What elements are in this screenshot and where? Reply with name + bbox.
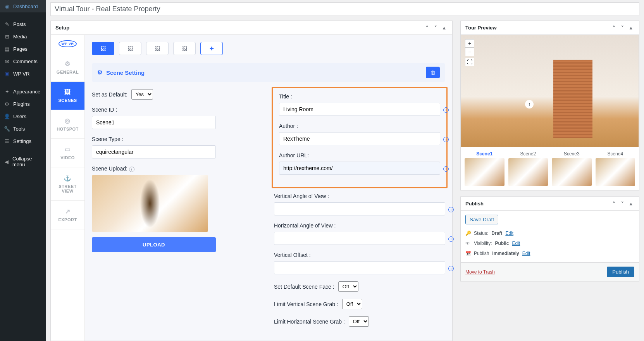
scene-tab-add[interactable]: ✚ — [200, 42, 223, 55]
panel-up-icon[interactable]: ˄ — [610, 25, 617, 31]
plug-icon: ⚙ — [4, 101, 10, 107]
scene-tab-4[interactable]: 🖼 — [173, 42, 196, 55]
fullscreen-button[interactable]: ⛶ — [465, 58, 474, 66]
comment-icon: ✉ — [4, 58, 10, 64]
edit-visibility-link[interactable]: Edit — [512, 241, 520, 246]
collapse-menu[interactable]: ◀Collapse menu — [0, 153, 46, 170]
delete-scene-button[interactable]: 🗑 — [426, 67, 440, 78]
scene-type-input[interactable] — [92, 145, 216, 158]
panel-toggle-icon[interactable]: ▴ — [627, 201, 634, 207]
image-icon: 🖼 — [155, 46, 160, 52]
thumb-scene1[interactable]: Scene1 — [465, 151, 505, 186]
media-icon: ⊟ — [4, 33, 10, 40]
info-icon[interactable]: i — [443, 166, 449, 172]
user-icon: 👤 — [4, 113, 10, 119]
target-icon: ◎ — [53, 117, 82, 124]
info-icon[interactable]: i — [448, 236, 454, 242]
title-label: Title : — [279, 93, 440, 100]
panel-toggle-icon[interactable]: ▴ — [441, 25, 448, 31]
gear-icon: ⚙ — [97, 69, 102, 76]
panel-toggle-icon[interactable]: ▴ — [627, 25, 634, 31]
thumb-scene4[interactable]: Scene4 — [596, 151, 635, 186]
move-to-trash-link[interactable]: Move to Trash — [465, 269, 495, 275]
vtab-general[interactable]: ⚙GENERAL — [51, 53, 84, 82]
publish-button[interactable]: Publish — [607, 267, 634, 277]
limit-horiz-select[interactable]: Off — [349, 316, 369, 327]
vtab-scenes[interactable]: 🖼SCENES — [51, 82, 84, 110]
hotspot-arrow-icon[interactable]: ↑ — [525, 100, 534, 108]
horiz-angle-input[interactable] — [274, 232, 445, 245]
limit-vert-select[interactable]: Off — [342, 299, 362, 309]
info-icon[interactable]: i — [448, 207, 454, 212]
save-draft-button[interactable]: Save Draft — [465, 215, 498, 224]
vtab-export[interactable]: ↗EXPORT — [51, 201, 84, 229]
menu-tools[interactable]: 🔧Tools — [0, 122, 46, 135]
scene-id-label: Scene ID : — [92, 107, 263, 113]
menu-dashboard[interactable]: ◉Dashboard — [0, 0, 46, 12]
limit-vert-label: Limit Vertical Scene Grab : — [274, 301, 338, 307]
thumb-scene3[interactable]: Scene3 — [552, 151, 592, 186]
panel-down-icon[interactable]: ˅ — [432, 25, 439, 31]
menu-media[interactable]: ⊟Media — [0, 30, 46, 43]
def-scene-face-select[interactable]: Off — [338, 281, 358, 292]
horiz-angle-label: Horizontal Angle of View : — [274, 222, 445, 229]
page-title-input[interactable] — [50, 2, 639, 16]
upload-button[interactable]: UPLOAD — [92, 237, 216, 252]
menu-posts[interactable]: ✎Posts — [0, 18, 46, 30]
menu-wpvr[interactable]: ▣WP VR — [0, 67, 46, 80]
panel-up-icon[interactable]: ˄ — [610, 201, 617, 207]
author-input[interactable] — [279, 132, 440, 145]
info-icon[interactable]: i — [443, 137, 449, 142]
eye-icon: 👁 — [465, 241, 471, 246]
author-url-input[interactable] — [279, 162, 440, 175]
scene-tab-1[interactable]: 🖼 — [92, 42, 114, 55]
admin-sidebar: ◉Dashboard ✎Posts ⊟Media ▤Pages ✉Comment… — [0, 0, 46, 341]
scene-tab-3[interactable]: 🖼 — [146, 42, 169, 55]
menu-settings[interactable]: ☰Settings — [0, 135, 46, 147]
wpvr-logo: WP VR — [51, 35, 84, 53]
export-icon: ↗ — [53, 208, 82, 215]
panel-down-icon[interactable]: ˅ — [619, 25, 626, 31]
vert-angle-input[interactable] — [274, 202, 445, 215]
info-icon[interactable]: i — [129, 167, 134, 172]
vtab-street[interactable]: ⚓STREET VIEW — [51, 167, 84, 201]
anchor-icon: ⚓ — [53, 174, 82, 182]
calendar-icon: 📅 — [465, 251, 471, 256]
panel-up-icon[interactable]: ˄ — [424, 25, 430, 31]
setup-panel: Setup ˄ ˅ ▴ WP VR ⚙GENERAL 🖼SCENES ◎HOTS — [50, 21, 453, 341]
info-icon[interactable]: i — [448, 266, 454, 271]
author-label: Author : — [279, 123, 440, 129]
panel-down-icon[interactable]: ˅ — [619, 201, 626, 207]
brick-wall — [553, 60, 592, 138]
vert-offset-input[interactable] — [274, 261, 445, 274]
edit-schedule-link[interactable]: Edit — [522, 251, 530, 256]
thumb-scene2[interactable]: Scene2 — [508, 151, 548, 186]
vtab-video[interactable]: ▭VIDEO — [51, 139, 84, 167]
set-default-select[interactable]: Yes — [131, 89, 153, 100]
menu-users[interactable]: 👤Users — [0, 110, 46, 122]
scene-type-label: Scene Type : — [92, 136, 263, 142]
scene-id-input[interactable] — [92, 116, 216, 129]
vr-icon: ▣ — [4, 71, 10, 77]
edit-status-link[interactable]: Edit — [505, 231, 513, 236]
highlighted-fields: Title : i Author : i — [272, 87, 448, 188]
zoom-out-button[interactable]: − — [465, 48, 474, 56]
menu-plugins[interactable]: ⚙Plugins — [0, 98, 46, 110]
tour-preview-panel: Tour Preview ˄˅▴ + − ⛶ ↑ Scene1 Scene2 S… — [460, 21, 639, 190]
setup-header: Setup — [55, 25, 69, 31]
info-icon[interactable]: i — [443, 107, 449, 113]
menu-pages[interactable]: ▤Pages — [0, 43, 46, 55]
menu-appearance[interactable]: ✦Appearance — [0, 85, 46, 98]
scene-tab-2[interactable]: 🖼 — [119, 42, 141, 55]
menu-comments[interactable]: ✉Comments — [0, 55, 46, 67]
author-url-label: Author URL: — [279, 152, 440, 158]
vert-offset-label: Vertical Offset : — [274, 252, 445, 258]
image-icon: 🖼 — [182, 46, 187, 52]
tour-preview-header: Tour Preview — [465, 25, 497, 31]
scene-upload-label: Scene Upload:i — [92, 165, 263, 172]
zoom-in-button[interactable]: + — [465, 39, 474, 48]
image-icon: 🖼 — [53, 89, 82, 96]
vtab-hotspot[interactable]: ◎HOTSPOT — [51, 110, 84, 139]
panorama-preview[interactable]: + − ⛶ ↑ — [461, 35, 639, 147]
title-input[interactable] — [279, 103, 440, 116]
